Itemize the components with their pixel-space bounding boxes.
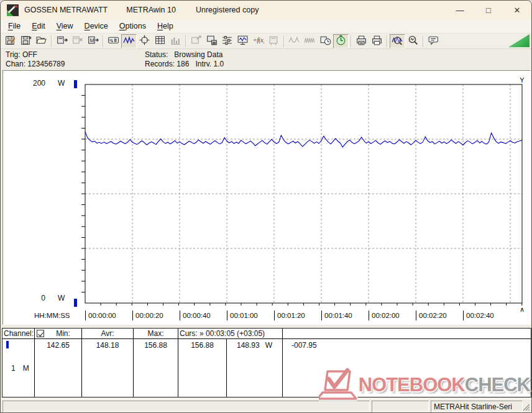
zoom-icon bbox=[407, 34, 419, 48]
x-axis-title: HH:MM:SS bbox=[34, 312, 70, 319]
x-axis-label-row: HH:MM:SS 00:00:0000:00:2000:00:4000:01:0… bbox=[3, 311, 530, 322]
channel-row-id[interactable]: 1 M bbox=[2, 339, 35, 397]
close-button[interactable]: ✕ bbox=[503, 1, 531, 19]
sliders-icon bbox=[221, 34, 233, 48]
col-header-cursor: Curs: » 00:03:05 (+03:05) bbox=[178, 329, 283, 339]
x-axis-tick-label: 00:02:40 bbox=[463, 311, 494, 320]
wave-sparse-icon bbox=[288, 34, 300, 48]
write-device-button bbox=[70, 34, 85, 48]
live-timer-button[interactable] bbox=[333, 34, 349, 48]
maximize-button[interactable]: □ bbox=[474, 1, 503, 19]
toolbar-separator bbox=[103, 35, 104, 47]
menu-file[interactable]: File bbox=[2, 20, 26, 32]
cursor-value-start: 156.88 bbox=[178, 339, 227, 397]
dense-sampling-button bbox=[302, 34, 318, 48]
col-header-channel: Channel: bbox=[2, 329, 35, 339]
crosshair-icon bbox=[139, 34, 150, 48]
menu-edit[interactable]: Edit bbox=[26, 20, 51, 32]
disk-icon bbox=[20, 34, 32, 48]
memory-read-button[interactable]: M bbox=[85, 34, 101, 48]
printer-page-icon bbox=[355, 34, 367, 48]
grid-icon bbox=[154, 34, 166, 48]
record-clock-button[interactable] bbox=[318, 34, 333, 48]
toolbar-corner-triangle-icon bbox=[508, 34, 530, 47]
toolbar-separator bbox=[387, 35, 388, 47]
app-icon bbox=[7, 4, 19, 16]
menu-help[interactable]: Help bbox=[152, 20, 179, 32]
title-program-name: METRAwin 10 bbox=[126, 6, 176, 14]
title-app-name: GOSSEN METRAWATT bbox=[24, 6, 108, 14]
col-header-min: Min: bbox=[35, 329, 82, 339]
avr-value: 148.18 bbox=[82, 339, 134, 397]
svg-text:M: M bbox=[89, 37, 94, 43]
device-x-icon bbox=[71, 34, 83, 48]
resize-grip[interactable] bbox=[522, 403, 530, 411]
channel-config-button[interactable] bbox=[219, 34, 235, 48]
channel-checkbox[interactable] bbox=[37, 330, 44, 337]
channel-color-marker bbox=[6, 341, 9, 348]
numeric-view-button[interactable] bbox=[106, 34, 121, 48]
status-bar: METRAHit Starline-Seri bbox=[1, 399, 532, 413]
export-button[interactable] bbox=[204, 34, 219, 48]
print-report-button[interactable] bbox=[354, 34, 369, 48]
toolbar-separator bbox=[185, 35, 186, 47]
print-button[interactable] bbox=[369, 34, 385, 48]
copy-view-button bbox=[188, 34, 204, 48]
metrawin-window: GOSSEN METRAWATT METRAwin 10 Unregistere… bbox=[0, 0, 532, 413]
x-axis-tick-label: 00:02:20 bbox=[416, 311, 447, 320]
bars-icon bbox=[170, 34, 181, 48]
monitor-button[interactable] bbox=[235, 34, 250, 48]
col-header-max: Max: bbox=[134, 329, 178, 339]
window-controls: — □ ✕ bbox=[446, 1, 531, 19]
chart-plot-area[interactable]: Y∧ bbox=[3, 71, 530, 327]
x-axis-tick-label: 00:01:40 bbox=[321, 311, 352, 320]
cursor-unit: W bbox=[265, 341, 272, 350]
monitor-icon bbox=[237, 34, 249, 48]
table-view-button[interactable] bbox=[152, 34, 168, 48]
device-disk-icon bbox=[206, 34, 218, 48]
menu-bar: FileEditViewDeviceOptionsHelp bbox=[1, 19, 531, 33]
min-value: 142.65 bbox=[35, 339, 82, 397]
menu-options[interactable]: Options bbox=[114, 20, 152, 32]
title-license-text: Unregistered copy bbox=[196, 6, 259, 14]
trigger-status: Trig: OFF bbox=[6, 50, 37, 59]
toolbar: M=f(x) bbox=[1, 33, 531, 49]
printer-icon bbox=[371, 34, 383, 48]
x-axis-tick-label: 00:00:20 bbox=[132, 311, 163, 320]
toolbar-separator bbox=[423, 35, 424, 47]
menu-device[interactable]: Device bbox=[79, 20, 114, 32]
chart-panel[interactable]: 200 W 0 W Y∧ HH:MM:SS 00:00:0000:00:2000… bbox=[2, 70, 531, 325]
minimize-button[interactable]: — bbox=[446, 1, 474, 19]
formula-button[interactable]: =f(x) bbox=[250, 34, 266, 48]
cursor-value-end: 148.93W bbox=[227, 339, 283, 397]
zoom-lens-button[interactable] bbox=[405, 34, 421, 48]
toolbar-separator bbox=[51, 35, 52, 47]
browse-status: Status: Browsing Data bbox=[145, 50, 222, 59]
statusbar-section-1 bbox=[2, 401, 370, 412]
cursor-view-button[interactable] bbox=[137, 34, 152, 48]
status-panel: Trig: OFF Chan: 123456789 Status: Browsi… bbox=[1, 49, 531, 70]
menu-view[interactable]: View bbox=[51, 20, 79, 32]
channel-status: Chan: 123456789 bbox=[6, 60, 65, 68]
title-bar: GOSSEN METRAWATT METRAwin 10 Unregistere… bbox=[1, 1, 531, 19]
device-arrow-icon bbox=[190, 34, 202, 48]
toolbar-separator bbox=[351, 35, 352, 47]
folder-open-icon bbox=[35, 34, 47, 48]
svg-text:Y: Y bbox=[520, 76, 525, 84]
annotation-button[interactable] bbox=[426, 34, 441, 48]
speech-icon bbox=[428, 34, 439, 48]
x-axis-tick-label: 00:02:00 bbox=[369, 311, 400, 320]
zoom-curve-button[interactable] bbox=[390, 34, 405, 48]
read-device-button[interactable] bbox=[54, 34, 70, 48]
histogram-view-button bbox=[168, 34, 183, 48]
device-out-icon bbox=[56, 34, 68, 48]
chart-view-button[interactable] bbox=[121, 34, 137, 48]
toolbar-separator bbox=[283, 35, 285, 47]
save-button[interactable] bbox=[2, 34, 18, 48]
open-button[interactable] bbox=[34, 34, 49, 48]
svg-text:=f(x): =f(x) bbox=[253, 37, 264, 44]
wave-dense-icon bbox=[304, 34, 316, 48]
save-as-button[interactable] bbox=[18, 34, 34, 48]
measurement-table: Channel: Min: Avr: Max: Curs: » 00:03:05… bbox=[2, 328, 531, 397]
device-m-icon: M bbox=[87, 34, 99, 48]
